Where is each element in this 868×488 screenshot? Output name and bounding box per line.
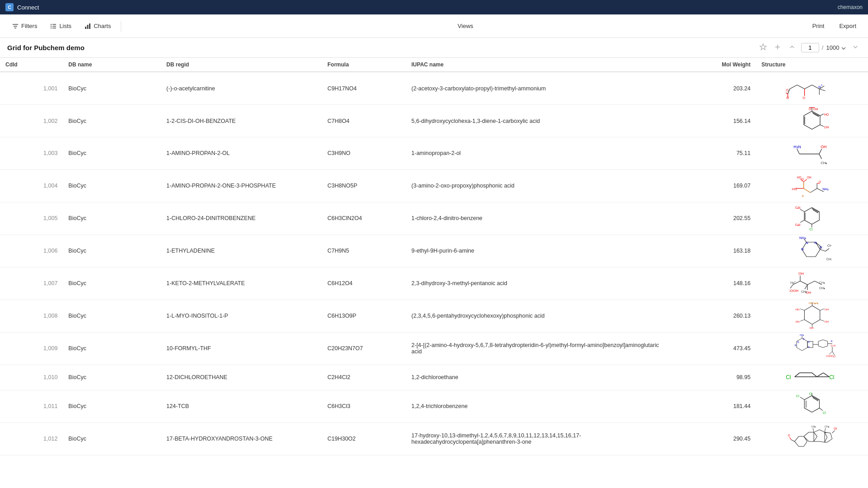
collapse-button[interactable] [772,42,783,54]
svg-text:HO: HO [795,308,799,311]
cell-cdid: 1,010 [0,365,63,390]
col-header-dbregid: DB regid [161,58,322,72]
cell-iupac: (2,3,4,5,6-pentahydroxycyclohexoxy)phosp… [406,300,672,332]
svg-text:OH: OH [807,176,811,179]
export-button[interactable]: Export [832,20,861,32]
cell-formula: C3H8NO5P [322,169,406,202]
table-row[interactable]: 1,012 BioCyc 17-BETA-HYDROXYANDROSTAN-3-… [0,422,868,455]
svg-marker-164 [825,432,832,442]
svg-text:HO: HO [797,176,802,179]
svg-line-53 [819,154,821,159]
cell-iupac: (3-amino-2-oxo-propoxy)phosphonic acid [406,169,672,202]
svg-rect-9 [85,27,86,29]
svg-text:N: N [797,341,799,343]
svg-text:COOH: COOH [833,355,835,358]
svg-text:Cl: Cl [823,411,826,415]
cell-iupac: 1-aminopropan-2-ol [406,137,672,170]
cell-iupac: 2,3-dihydroxy-3-methyl-pentanoic acid [406,267,672,300]
svg-marker-109 [804,306,820,324]
svg-line-118 [800,309,804,310]
svg-text:Cl: Cl [829,374,834,380]
svg-text:Cl: Cl [796,394,799,398]
svg-text:+: + [821,84,823,87]
cell-molweight: 75.11 [672,137,756,170]
filters-button[interactable]: Filters [7,20,42,32]
cell-cdid: 1,009 [0,332,63,365]
svg-rect-7 [51,28,52,28]
cell-dbname: BioCyc [63,300,161,332]
col-header-structure: Structure [756,58,868,72]
svg-rect-11 [89,23,90,29]
svg-text:N: N [795,344,797,347]
table-row[interactable]: 1,007 BioCyc 1-KETO-2-METHYLVALERATE C6H… [0,267,868,300]
svg-text:N: N [820,245,822,249]
cell-dbname: BioCyc [63,105,161,137]
views-button[interactable]: Views [451,20,477,32]
table-row[interactable]: 1,006 BioCyc 1-ETHYLADENINE C7H9N5 9-eth… [0,235,868,267]
svg-marker-71 [804,207,819,224]
cell-formula: C7H8O4 [322,105,406,137]
title-bar: C Connect chemaxon [0,0,868,14]
svg-line-148 [812,373,817,377]
svg-line-150 [823,373,829,377]
table-row[interactable]: 1,001 BioCyc (-)-o-acetylcarnitine C9H17… [0,72,868,105]
table-header: CdId DB name DB regid Formula IUPAC name… [0,58,868,72]
cell-dbregid: 1-AMINO-PROPAN-2-ONE-3-PHOSPHATE [161,169,322,202]
cell-structure: OH OH COOH CH₃ CH₃ H₃C CH₃ [756,267,868,300]
table-row[interactable]: 1,003 BioCyc 1-AMINO-PROPAN-2-OL C3H9NO … [0,137,868,170]
svg-text:O₂N: O₂N [795,206,801,209]
svg-text:Cl: Cl [786,374,791,380]
svg-text:H₂N: H₂N [794,145,802,149]
charts-button[interactable]: Charts [80,20,115,32]
cell-iupac: 17-hydroxy-10,13-dimethyl-1,2,4,5,6,7,8,… [406,422,672,455]
cell-structure: Cl Cl Cl [756,390,868,422]
table-row[interactable]: 1,004 BioCyc 1-AMINO-PROPAN-2-ONE-3-PHOS… [0,169,868,202]
col-header-dbname: DB name [63,58,161,72]
cell-structure: Cl O₂N O₂N [756,202,868,235]
cell-structure: Cl Cl [756,365,868,390]
svg-text:NH₂: NH₂ [799,237,806,240]
cell-molweight: 163.18 [672,235,756,267]
cell-structure: N N N N NH₂ CH₂ CH₃ [756,235,868,267]
svg-line-58 [804,188,811,192]
cell-formula: C19H30O2 [322,422,406,455]
svg-line-112 [820,309,824,310]
prev-page-button[interactable] [787,42,797,54]
page-input[interactable]: 1 [801,43,819,52]
cell-structure: HO O HO OH P NH₂ O [756,169,868,202]
table-row[interactable]: 1,008 BioCyc 1-L-MYO-INOSITOL-1-P C6H13O… [0,300,868,332]
svg-line-61 [804,179,807,182]
svg-line-51 [819,149,821,154]
svg-line-27 [786,93,788,94]
svg-line-137 [829,352,832,355]
print-button[interactable]: Print [806,20,829,32]
col-header-molweight: Mol Weight [672,58,756,72]
col-header-iupac: IUPAC name [406,58,672,72]
svg-text:OH: OH [821,145,827,149]
table-row[interactable]: 1,005 BioCyc 1-CHLORO-24-DINITROBENZENE … [0,202,868,235]
svg-text:N: N [801,247,804,251]
cell-dbname: BioCyc [63,202,161,235]
cell-dbregid: 1-ETHYLADENINE [161,235,322,267]
table-row[interactable]: 1,010 BioCyc 12-DICHLOROETHANE C2H4Cl2 1… [0,365,868,390]
table-row[interactable]: 1,011 BioCyc 124-TCB C6H3Cl3 1,2,4-trich… [0,390,868,422]
svg-line-172 [825,428,826,432]
table-row[interactable]: 1,009 BioCyc 10-FORMYL-THF C20H23N7O7 2-… [0,332,868,365]
cell-dbregid: 12-DICHLOROETHANE [161,365,322,390]
cell-formula: C6H3Cl3 [322,390,406,422]
cell-cdid: 1,004 [0,169,63,202]
svg-line-32 [819,89,825,91]
svg-marker-81 [802,242,820,257]
cell-cdid: 1,008 [0,300,63,332]
star-button[interactable] [758,42,769,54]
pagination: 1 / 1000 [801,43,846,52]
svg-line-49 [797,149,799,154]
pagination-separator: / [822,44,824,51]
cell-dbname: BioCyc [63,422,161,455]
svg-text:NH₂: NH₂ [800,334,804,336]
table-row[interactable]: 1,002 BioCyc 1-2-CIS-DI-OH-BENZOATE C7H8… [0,105,868,137]
lists-button[interactable]: Lists [45,20,76,32]
cell-dbname: BioCyc [63,169,161,202]
expand-button[interactable] [850,42,861,54]
svg-rect-10 [87,25,89,29]
